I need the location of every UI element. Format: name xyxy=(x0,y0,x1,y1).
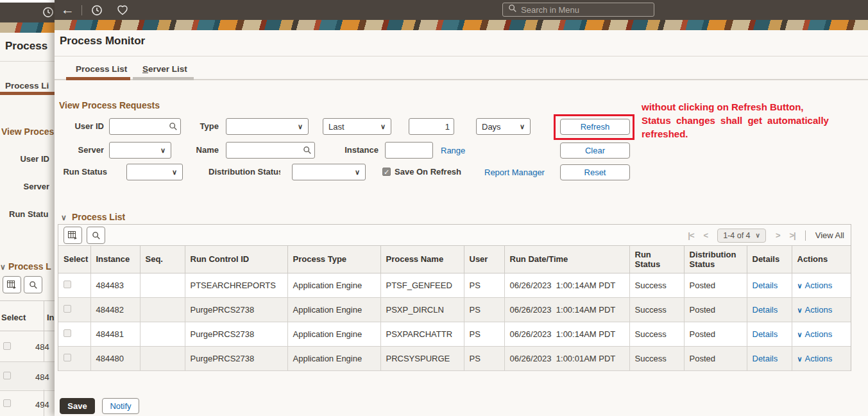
actions-link[interactable]: Actions xyxy=(805,281,833,290)
background-col-instance: Ins xyxy=(47,313,55,322)
find-icon[interactable] xyxy=(24,276,42,293)
heart-icon[interactable] xyxy=(117,4,128,16)
actions-link[interactable]: Actions xyxy=(805,329,833,339)
find-icon[interactable] xyxy=(87,227,105,244)
save-button[interactable]: Save xyxy=(60,398,95,414)
tab-server-list[interactable]: Server List xyxy=(142,64,187,74)
chevron-down-icon: ∨ xyxy=(160,146,166,155)
col-header-actions: Actions xyxy=(792,246,851,273)
row-checkbox[interactable] xyxy=(3,372,11,379)
row-select-checkbox[interactable] xyxy=(64,329,71,337)
instance-label: Instance xyxy=(337,142,379,159)
cell-user: PS xyxy=(464,322,504,346)
last-page-icon[interactable]: >| xyxy=(789,230,795,240)
cell-distribution-status: Posted xyxy=(684,297,747,322)
cell-process-name: PSXPARCHATTR xyxy=(380,322,464,346)
cell-run-status: Success xyxy=(629,273,684,297)
col-header-seq: Seq. xyxy=(140,246,185,273)
menu-search xyxy=(502,3,654,17)
chevron-down-icon: ∨ xyxy=(756,232,760,239)
tab-process-list[interactable]: Process List xyxy=(76,64,127,74)
last-select[interactable]: Last ∨ xyxy=(323,118,391,135)
details-link[interactable]: Details xyxy=(753,305,778,315)
cell-run-control-id: PurgePRCS2738 xyxy=(185,346,287,370)
row-select-checkbox[interactable] xyxy=(64,305,71,313)
notify-button[interactable]: Notify xyxy=(102,398,139,414)
instance-input[interactable] xyxy=(385,142,433,159)
view-process-requests-title: View Process Requests xyxy=(59,100,160,110)
grid-toolbar: |< < 1-4 of 4 ∨ > >| View All xyxy=(58,225,851,246)
cell-run-status: Success xyxy=(629,297,684,322)
save-on-refresh-checkbox[interactable]: ✓ xyxy=(382,168,391,176)
ribbon xyxy=(55,20,868,30)
save-on-refresh-label: Save On Refresh xyxy=(395,164,461,180)
type-select[interactable]: ∨ xyxy=(226,118,309,135)
back-arrow-icon[interactable]: ← xyxy=(61,2,74,17)
process-monitor-window: ← Process Monitor Process List Server Li… xyxy=(55,0,868,416)
background-grid-section-title: Process L xyxy=(8,261,55,272)
instance-field xyxy=(385,142,433,159)
grid-personalize-icon[interactable] xyxy=(64,227,82,244)
pager-divider xyxy=(805,230,806,241)
clear-button[interactable]: Clear xyxy=(560,143,630,159)
name-input[interactable] xyxy=(226,142,315,159)
search-input[interactable] xyxy=(521,5,636,15)
process-list-table: Select Instance Seq. Run Control ID Proc… xyxy=(58,246,851,371)
process-list-section-title: Process List xyxy=(72,212,125,222)
lookup-icon[interactable] xyxy=(169,122,178,134)
chevron-down-icon: ∨ xyxy=(0,263,6,272)
details-link[interactable]: Details xyxy=(753,329,778,339)
page-range-select[interactable]: 1-4 of 4 ∨ xyxy=(717,229,766,243)
table-row: 484482 PurgePRCS2738 Application Engine … xyxy=(58,297,851,322)
next-page-icon[interactable]: > xyxy=(776,230,780,240)
cell-distribution-status: Posted xyxy=(684,273,747,297)
background-server-label: Server xyxy=(0,182,49,191)
grid-personalize-icon[interactable] xyxy=(3,276,21,293)
row-select-checkbox[interactable] xyxy=(64,281,71,288)
cell-process-type: Application Engine xyxy=(287,322,380,346)
first-page-icon[interactable]: |< xyxy=(688,230,694,240)
details-link[interactable]: Details xyxy=(753,281,778,290)
lookup-icon[interactable] xyxy=(303,146,312,157)
refresh-button[interactable]: Refresh xyxy=(560,119,630,135)
actions-link[interactable]: Actions xyxy=(805,354,833,363)
report-manager-link[interactable]: Report Manager xyxy=(484,168,545,177)
annotation-line-3: refreshed. xyxy=(642,127,829,141)
col-header-run-control-id: Run Control ID xyxy=(185,246,287,273)
cell-process-type: Application Engine xyxy=(287,297,380,322)
days-count-field xyxy=(409,118,454,135)
cell-run-control-id: PurgePRCS2738 xyxy=(185,322,287,346)
server-select[interactable]: ∨ xyxy=(109,142,171,159)
run-status-select[interactable]: ∨ xyxy=(126,164,183,180)
section-collapse-icon[interactable]: ∨ xyxy=(61,213,67,222)
background-col-select: Select xyxy=(1,313,26,322)
distribution-status-select[interactable]: ∨ xyxy=(292,164,366,180)
row-checkbox[interactable] xyxy=(3,399,11,407)
reset-button[interactable]: Reset xyxy=(560,164,630,180)
cell-process-name: PRCSYSPURGE xyxy=(380,346,464,370)
row-checkbox[interactable] xyxy=(3,342,11,350)
cell-distribution-status: Posted xyxy=(684,346,747,370)
prev-page-icon[interactable]: < xyxy=(704,230,708,240)
actions-link[interactable]: Actions xyxy=(805,305,833,315)
topbar: ← xyxy=(55,0,868,20)
cell-instance: 484481 xyxy=(90,322,140,346)
process-list-grid: |< < 1-4 of 4 ∨ > >| View All xyxy=(58,224,851,371)
active-tab-underline xyxy=(66,77,130,80)
days-count-input[interactable] xyxy=(409,118,454,135)
clock-icon[interactable] xyxy=(91,4,103,16)
clock-icon xyxy=(42,6,54,18)
cell-run-status: Success xyxy=(629,322,684,346)
days-unit-select[interactable]: Days ∨ xyxy=(476,118,531,135)
annotation-line-2: Status changes shall get automatically xyxy=(642,114,829,127)
col-header-user: User xyxy=(464,246,504,273)
row-select-checkbox[interactable] xyxy=(64,354,71,361)
cell-run-datetime: 06/26/2023 1:00:14AM PDT xyxy=(504,297,629,322)
inactive-tab-underline xyxy=(133,77,194,80)
chevron-down-icon: ∨ xyxy=(520,123,525,131)
range-link[interactable]: Range xyxy=(441,146,465,155)
col-header-run-datetime: Run Date/Time xyxy=(504,246,629,273)
view-all-link[interactable]: View All xyxy=(815,230,844,240)
background-tab-process-list[interactable]: Process Li xyxy=(5,81,55,91)
details-link[interactable]: Details xyxy=(753,354,778,363)
